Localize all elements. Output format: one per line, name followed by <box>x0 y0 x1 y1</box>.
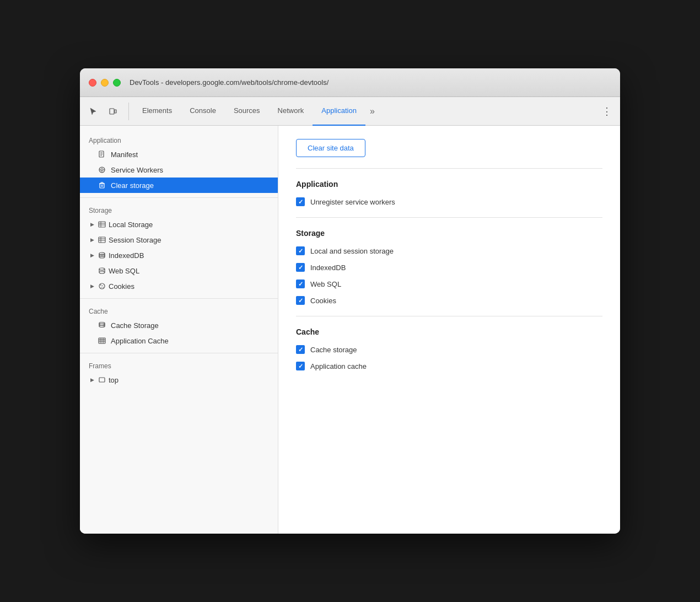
content-section-cache-title: Cache <box>296 327 602 336</box>
sidebar: Application Manifest <box>80 126 278 534</box>
session-storage-icon <box>98 235 106 244</box>
clear-site-data-button[interactable]: Clear site data <box>296 139 365 157</box>
checkbox-app-cache: Application cache <box>296 362 602 370</box>
checkbox-web-sql-label: Web SQL <box>310 280 341 288</box>
clear-storage-label: Clear storage <box>111 181 154 190</box>
svg-rect-19 <box>99 222 105 227</box>
titlebar: DevTools - developers.google.com/web/too… <box>80 68 620 97</box>
more-tabs-button[interactable]: » <box>365 106 379 116</box>
service-workers-icon <box>98 165 106 174</box>
top-label: top <box>109 376 119 384</box>
web-sql-label: Web SQL <box>109 267 139 275</box>
session-storage-label: Session Storage <box>109 236 161 244</box>
content-area: Clear site data Application Unregister s… <box>278 126 620 534</box>
checkbox-cache-storage: Cache storage <box>296 345 602 354</box>
service-workers-label: Service Workers <box>111 166 163 174</box>
local-storage-icon <box>98 220 106 229</box>
svg-rect-0 <box>110 109 114 114</box>
content-divider-1 <box>296 168 602 169</box>
devtools-menu-button[interactable]: ⋮ <box>598 103 616 120</box>
main-content: Application Manifest <box>80 126 620 534</box>
devtools-window: DevTools - developers.google.com/web/too… <box>80 68 620 534</box>
svg-point-39 <box>101 287 102 288</box>
maximize-button[interactable] <box>113 79 121 87</box>
content-section-application: Application Unregister service workers <box>296 180 602 206</box>
cookies-arrow: ▶ <box>89 283 95 289</box>
checkbox-local-session: Local and session storage <box>296 246 602 255</box>
cache-storage-label: Cache Storage <box>111 321 159 330</box>
sidebar-item-cache-storage[interactable]: Cache Storage <box>80 318 278 333</box>
checkbox-cookies-input[interactable] <box>296 296 305 305</box>
close-button[interactable] <box>89 79 96 87</box>
cookies-icon <box>98 282 106 291</box>
checkbox-web-sql-input[interactable] <box>296 280 305 288</box>
toolbar: Elements Console Sources Network Applica… <box>80 97 620 126</box>
sidebar-item-indexeddb[interactable]: ▶ IndexedDB <box>80 248 278 263</box>
svg-point-40 <box>103 287 104 288</box>
svg-point-37 <box>100 284 101 286</box>
sidebar-item-top[interactable]: ▶ top <box>80 372 278 388</box>
cookies-label: Cookies <box>109 282 134 291</box>
checkbox-cache-storage-input[interactable] <box>296 345 305 354</box>
tab-application[interactable]: Application <box>313 97 365 126</box>
checkbox-local-session-label: Local and session storage <box>310 247 394 255</box>
content-section-storage: Storage Local and session storage Indexe… <box>296 229 602 305</box>
cursor-icon[interactable] <box>84 103 102 120</box>
checkbox-indexeddb-label: IndexedDB <box>310 264 346 272</box>
sidebar-item-service-workers[interactable]: Service Workers <box>80 162 278 178</box>
sidebar-item-clear-storage[interactable]: Clear storage <box>80 178 278 193</box>
minimize-button[interactable] <box>101 79 109 87</box>
local-storage-label: Local Storage <box>109 221 153 229</box>
content-section-storage-title: Storage <box>296 229 602 238</box>
top-arrow: ▶ <box>89 377 95 383</box>
sidebar-section-application-header: Application <box>80 132 278 147</box>
tab-elements[interactable]: Elements <box>133 97 181 126</box>
manifest-label: Manifest <box>111 150 138 159</box>
content-section-application-title: Application <box>296 180 602 189</box>
checkbox-web-sql: Web SQL <box>296 280 602 288</box>
sidebar-item-session-storage[interactable]: ▶ Session Storage <box>80 232 278 248</box>
content-section-cache: Cache Cache storage Application cache <box>296 327 602 370</box>
divider-1 <box>80 197 278 198</box>
svg-rect-23 <box>99 237 105 243</box>
checkbox-app-cache-input[interactable] <box>296 362 305 370</box>
checkbox-unregister-sw: Unregister service workers <box>296 197 602 206</box>
tab-bar: Elements Console Sources Network Applica… <box>133 97 598 126</box>
indexeddb-label: IndexedDB <box>109 251 144 260</box>
cache-storage-icon <box>98 321 106 330</box>
checkbox-cookies: Cookies <box>296 296 602 305</box>
sidebar-item-manifest[interactable]: Manifest <box>80 147 278 162</box>
svg-point-36 <box>99 283 105 289</box>
application-cache-label: Application Cache <box>111 337 169 345</box>
clear-storage-icon <box>98 181 106 190</box>
indexeddb-icon <box>98 251 106 260</box>
sidebar-item-local-storage[interactable]: ▶ Local Storage <box>80 217 278 232</box>
checkbox-unregister-sw-input[interactable] <box>296 197 305 206</box>
divider-2 <box>80 298 278 299</box>
checkbox-app-cache-label: Application cache <box>310 362 367 370</box>
tab-console[interactable]: Console <box>181 97 225 126</box>
sidebar-item-cookies[interactable]: ▶ Cookies <box>80 278 278 294</box>
svg-rect-1 <box>115 110 116 113</box>
checkbox-unregister-sw-label: Unregister service workers <box>310 198 395 206</box>
session-storage-arrow: ▶ <box>89 237 95 243</box>
svg-point-43 <box>99 326 105 327</box>
tab-network[interactable]: Network <box>269 97 313 126</box>
indexeddb-arrow: ▶ <box>89 252 95 259</box>
checkbox-local-session-input[interactable] <box>296 246 305 255</box>
sidebar-section-storage-header: Storage <box>80 202 278 217</box>
sidebar-item-application-cache[interactable]: Application Cache <box>80 333 278 348</box>
content-divider-3 <box>296 316 602 316</box>
sidebar-item-web-sql[interactable]: Web SQL <box>80 263 278 278</box>
local-storage-arrow: ▶ <box>89 221 95 228</box>
svg-point-32 <box>99 268 105 270</box>
checkbox-indexeddb-input[interactable] <box>296 263 305 272</box>
web-sql-icon <box>98 266 106 275</box>
device-icon[interactable] <box>104 103 122 120</box>
tab-sources[interactable]: Sources <box>225 97 269 126</box>
traffic-lights <box>89 79 121 87</box>
svg-point-38 <box>102 285 103 286</box>
svg-rect-12 <box>100 184 104 188</box>
svg-point-35 <box>99 271 105 273</box>
application-cache-icon <box>98 336 106 345</box>
